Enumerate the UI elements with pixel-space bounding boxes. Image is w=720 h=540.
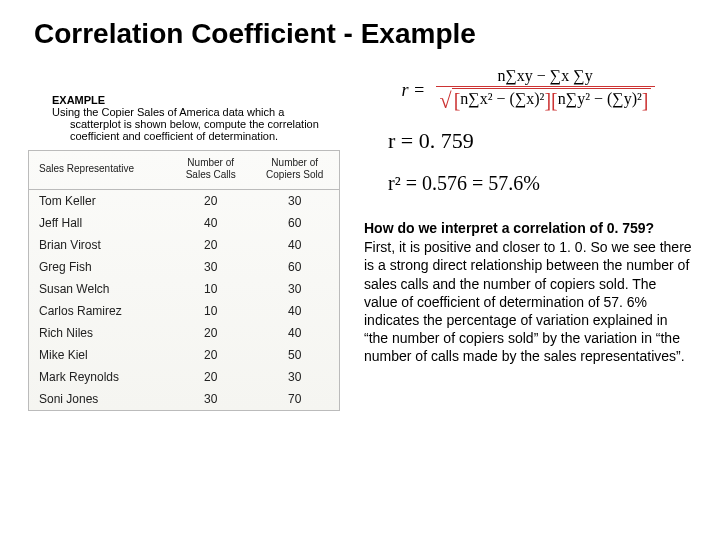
example-heading: EXAMPLE [52, 94, 340, 106]
col-header-calls: Number of Sales Calls [171, 151, 250, 190]
correlation-formula: r = n∑xy − ∑x ∑y √[n∑x² − (∑x)²][n∑y² − … [364, 68, 692, 112]
table-row: Carlos Ramirez1040 [29, 300, 339, 322]
r-squared-value: r² = 0.576 = 57.6% [388, 172, 692, 195]
data-table: Sales Representative Number of Sales Cal… [28, 150, 340, 411]
r-value: r = 0. 759 [388, 128, 692, 154]
example-description: Using the Copier Sales of America data w… [52, 106, 334, 142]
table-row: Mark Reynolds2030 [29, 366, 339, 388]
col-header-sold: Number of Copiers Sold [250, 151, 339, 190]
interpretation-body: First, it is positive and closer to 1. 0… [364, 238, 692, 365]
table-row: Mike Kiel2050 [29, 344, 339, 366]
col-header-rep: Sales Representative [29, 151, 171, 190]
table-row: Greg Fish3060 [29, 256, 339, 278]
table-row: Susan Welch1030 [29, 278, 339, 300]
table-row: Jeff Hall4060 [29, 212, 339, 234]
table-row: Tom Keller2030 [29, 190, 339, 213]
page-title: Correlation Coefficient - Example [28, 18, 692, 50]
interpretation-heading: How do we interpret a correlation of 0. … [364, 219, 692, 237]
table-row: Brian Virost2040 [29, 234, 339, 256]
table-row: Soni Jones3070 [29, 388, 339, 410]
table-row: Rich Niles2040 [29, 322, 339, 344]
